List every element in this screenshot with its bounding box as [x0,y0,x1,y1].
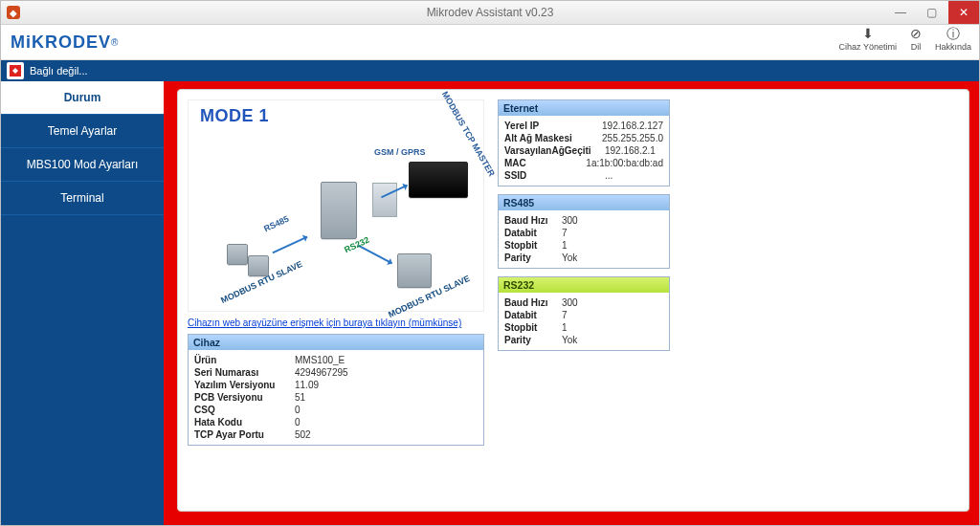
about-label: Hakkında [935,42,971,52]
language-button[interactable]: ⊘ Dil [910,27,922,52]
k: Seri Numarası [194,367,295,378]
k: Parity [504,335,562,345]
k: SSID [504,170,605,181]
content-panel: MODE 1 RS485 RS232 G [177,89,969,512]
row-parity: ParityYok [504,252,663,264]
k: PCB Versiyonu [194,392,295,403]
app-window: ◆ Mikrodev Assistant v0.23 — ▢ ✕ MiKRODE… [0,0,980,526]
device-info-body: ÜrünMMS100_E Seri Numarası4294967295 Yaz… [189,350,483,445]
logo-reg: ® [111,37,118,48]
k: Yerel IP [504,121,602,131]
v: 11.09 [295,380,319,390]
rs485-title: RS485 [499,195,669,210]
device-management-label: Cihaz Yönetimi [839,42,897,52]
device-management-button[interactable]: ⬇ Cihaz Yönetimi [839,27,897,52]
no-entry-icon: ⊘ [910,27,922,40]
row-databit: Databit7 [504,309,663,321]
v: 255.255.255.0 [602,133,663,143]
sidebar-item-temel-ayarlar[interactable]: Temel Ayarlar [1,115,164,148]
sidebar-item-label: Terminal [60,191,103,205]
web-interface-link[interactable]: Cihazın web arayüzüne erişmek için buray… [188,318,484,328]
download-icon: ⬇ [862,27,874,40]
window-title: Mikrodev Assistant v0.23 [1,6,979,19]
k: CSQ [194,405,295,415]
sidebar-item-label: Temel Ayarlar [48,124,117,138]
eternet-title: Eternet [499,100,669,116]
row-baud: Baud Hızı300 [504,296,663,309]
k: TCP Ayar Portu [194,429,295,440]
v: 7 [562,310,568,320]
left-column: MODE 1 RS485 RS232 G [188,99,484,446]
maximize-button[interactable]: ▢ [916,1,947,24]
app-icon: ◆ [7,6,20,19]
device-node [321,182,357,239]
arrow-rs485 [272,236,307,254]
k: Ürün [194,355,295,365]
k: Yazılım Versiyonu [194,380,295,390]
status-text: Bağlı değil... [30,65,88,77]
k: Stopbit [504,240,562,251]
rtu-slave-node-2 [397,253,432,288]
v: 0 [295,405,301,415]
v: Yok [562,252,577,263]
row-pcb-version: PCB Versiyonu51 [194,391,478,404]
row-gateway: VarsayılanAğGeçiti192.168.2.1 [504,144,663,157]
eternet-box: Eternet Yerel IP192.168.2.127 Alt Ağ Mas… [498,99,670,186]
v: 502 [295,429,311,440]
body: Durum Temel Ayarlar MBS100 Mod Ayarları … [1,81,979,525]
arrow-rs232 [358,245,392,265]
row-stopbit: Stopbit1 [504,239,663,252]
label-rs485: RS485 [262,214,290,234]
k: Baud Hızı [504,215,562,226]
row-software-version: Yazılım Versiyonu11.09 [194,379,478,391]
sidebar-item-durum[interactable]: Durum [1,81,164,115]
k: Databit [504,228,562,238]
header-actions: ⬇ Cihaz Yönetimi ⊘ Dil ⓘ Hakkında [832,25,979,59]
titlebar: ◆ Mikrodev Assistant v0.23 — ▢ ✕ [1,1,979,25]
gsm-module-node [372,183,397,217]
v: 1 [562,240,568,251]
rs485-box: RS485 Baud Hızı300 Databit7 Stopbit1 Par… [498,194,670,269]
row-serial: Seri Numarası4294967295 [194,366,478,379]
mode-diagram: MODE 1 RS485 RS232 G [188,99,484,312]
row-mac: MAC1a:1b:00:ba:db:ad [504,157,663,169]
v: 300 [562,297,578,308]
titlebar-left: ◆ [1,6,26,19]
v: 51 [295,392,305,403]
body-inner: Durum Temel Ayarlar MBS100 Mod Ayarları … [1,81,979,525]
row-parity: ParityYok [504,334,663,346]
v: Yok [562,335,577,345]
k: Hata Kodu [194,417,295,427]
disconnected-icon [7,62,24,79]
tcp-master-node [409,162,468,198]
logo-text: MiKRODEV [11,33,111,53]
k: Stopbit [504,322,562,333]
header-spacer [127,25,831,59]
k: Baud Hızı [504,297,562,308]
about-button[interactable]: ⓘ Hakkında [935,27,971,52]
v: 192.168.2.127 [602,121,663,131]
sidebar: Durum Temel Ayarlar MBS100 Mod Ayarları … [1,81,164,525]
sidebar-item-mbs100-mod-ayarlari[interactable]: MBS100 Mod Ayarları [1,148,164,182]
sidebar-item-label: MBS100 Mod Ayarları [27,158,139,171]
v: 192.168.2.1 [605,145,656,156]
row-subnet: Alt Ağ Maskesi255.255.255.0 [504,132,663,144]
rs232-body: Baud Hızı300 Databit7 Stopbit1 ParityYok [499,293,669,350]
right-column: Eternet Yerel IP192.168.2.127 Alt Ağ Mas… [498,99,670,351]
sidebar-item-terminal[interactable]: Terminal [1,182,164,215]
row-error-code: Hata Kodu0 [194,416,478,428]
label-gsm: GSM / GPRS [374,148,426,157]
v: 7 [562,228,568,238]
k: VarsayılanAğGeçiti [504,145,605,156]
status-bar: Bağlı değil... [1,60,979,81]
rtu-slave-node-1b [248,255,269,276]
device-info-title: Cihaz [189,335,483,350]
minimize-button[interactable]: — [885,1,916,24]
sidebar-item-label: Durum [64,91,101,104]
rs232-box: RS232 Baud Hızı300 Databit7 Stopbit1 Par… [498,276,670,351]
v: MMS100_E [295,355,345,365]
close-button[interactable]: ✕ [948,1,979,24]
v: 0 [295,417,301,427]
row-product: ÜrünMMS100_E [194,354,478,366]
row-databit: Databit7 [504,227,663,239]
